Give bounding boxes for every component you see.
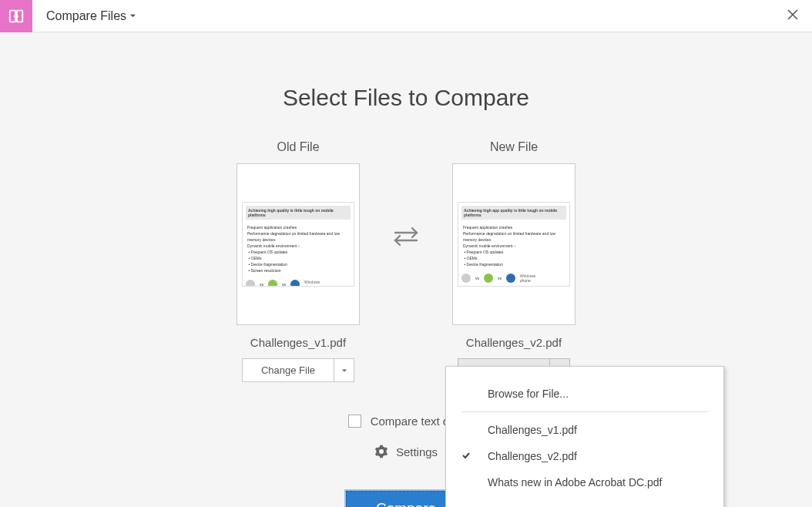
- new-file-thumbnail[interactable]: Achieving high app quality is little tou…: [452, 163, 575, 325]
- compare-text-only-checkbox[interactable]: [348, 415, 361, 428]
- menu-item-label: Challenges_v1.pdf: [488, 424, 577, 436]
- section-title: Select Files to Compare: [0, 85, 812, 111]
- menu-item-label: Whats new in Adobe Acrobat DC.pdf: [488, 476, 662, 489]
- settings-label: Settings: [396, 445, 438, 458]
- menu-recent-file[interactable]: Challenges_v1.pdf: [446, 417, 723, 443]
- settings-link[interactable]: Settings: [374, 445, 438, 458]
- old-change-file-group: Change File: [242, 358, 354, 382]
- old-file-label: Old File: [277, 140, 319, 154]
- new-file-label: New File: [490, 140, 538, 154]
- close-icon: [786, 8, 800, 22]
- old-file-thumbnail[interactable]: Achieving high quality is little tough o…: [237, 163, 360, 325]
- chevron-down-icon: [129, 12, 136, 19]
- new-file-column: New File Achieving high app quality is l…: [437, 140, 591, 382]
- app-icon: [0, 0, 32, 32]
- menu-item-label: Challenges_v2.pdf: [488, 450, 577, 462]
- files-row: Old File Achieving high quality is littl…: [0, 140, 812, 382]
- header-title: Compare Files: [46, 9, 126, 23]
- close-button[interactable]: [786, 8, 800, 25]
- old-change-file-button[interactable]: Change File: [242, 358, 334, 382]
- old-change-file-dropdown[interactable]: [334, 358, 354, 382]
- old-file-name: Challenges_v1.pdf: [250, 336, 346, 349]
- header-title-dropdown[interactable]: Compare Files: [46, 9, 136, 23]
- header-bar: Compare Files: [0, 0, 812, 32]
- old-file-column: Old File Achieving high quality is littl…: [221, 140, 375, 382]
- swap-files-button[interactable]: [391, 225, 421, 250]
- menu-recent-file[interactable]: Challenges_v2.pdf: [446, 443, 723, 469]
- menu-browse-for-file[interactable]: Browse for File...: [446, 381, 723, 407]
- swap-arrows-icon: [391, 225, 421, 247]
- change-file-menu: Browse for File... Challenges_v1.pdf Cha…: [445, 366, 724, 507]
- new-file-name: Challenges_v2.pdf: [466, 336, 562, 349]
- chevron-down-icon: [341, 368, 347, 374]
- check-icon: [461, 450, 471, 462]
- thumbnail-slide: Achieving high quality is little tough o…: [242, 202, 354, 287]
- menu-separator: [461, 411, 708, 412]
- menu-recent-file[interactable]: Whats new in Adobe Acrobat DC.pdf: [446, 469, 723, 495]
- thumbnail-slide: Achieving high app quality is little tou…: [458, 202, 570, 287]
- gear-icon: [374, 445, 388, 458]
